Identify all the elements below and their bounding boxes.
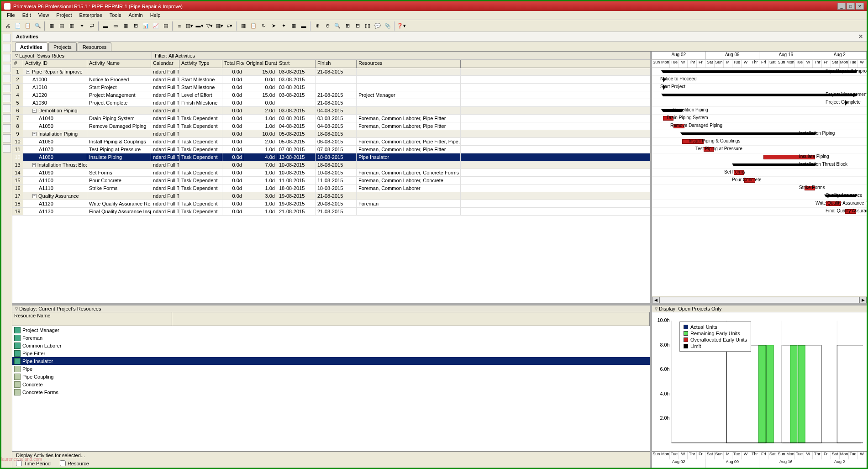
tool-wizard-icon[interactable]: ✦ — [77, 21, 86, 31]
resource-row[interactable]: Pipe Fitter — [12, 349, 650, 357]
activity-row[interactable]: 11A1070Test Piping at Pressurendard Full… — [12, 146, 650, 153]
expand-icon[interactable]: − — [26, 70, 30, 74]
tool-progress-icon[interactable]: ➤ — [269, 21, 278, 31]
tool-zoomin-icon[interactable]: ⊕ — [313, 21, 322, 31]
tool-split-icon[interactable]: ▯▯ — [363, 21, 372, 31]
activity-row[interactable]: 7A1040Drain Piping Systemndard Full Time… — [12, 115, 650, 122]
resource-row[interactable]: Common Laborer — [12, 342, 650, 349]
gantt-bar[interactable] — [682, 132, 815, 135]
activity-row[interactable]: 2A1000Notice to Proceedndard Full TimeSt… — [12, 76, 650, 84]
side-issues-icon[interactable] — [3, 134, 11, 142]
activity-row[interactable]: 13−Installation Thrust Blockndard Full T… — [12, 161, 650, 169]
layout-dropdown[interactable]: ▽Layout: Swiss Rides — [12, 52, 152, 59]
section-close-icon[interactable]: ✕ — [858, 33, 863, 40]
chart-display-dropdown[interactable]: ▽Display: Open Projects Only — [652, 306, 867, 312]
tool-details-icon[interactable]: ▤ — [161, 21, 170, 31]
expand-icon[interactable]: − — [32, 132, 37, 136]
tool-collapse-icon[interactable]: ⊟ — [353, 21, 362, 31]
tool-recalc-icon[interactable]: ↻ — [259, 21, 268, 31]
column-header[interactable]: # — [12, 60, 23, 68]
menu-enterprise[interactable]: Enterprise — [76, 12, 106, 19]
tool-expand-icon[interactable]: ⊞ — [343, 21, 352, 31]
column-header[interactable]: Activity ID — [23, 60, 87, 68]
column-header[interactable]: Finish — [316, 60, 357, 68]
tool-link-icon[interactable]: ⇄ — [87, 21, 96, 31]
tool-preview-icon[interactable]: 📄 — [13, 21, 22, 31]
tool-copy-icon[interactable]: 📋 — [23, 21, 32, 31]
resource-display-dropdown[interactable]: ▽Display: Current Project's Resources — [12, 306, 650, 312]
side-reports-icon[interactable] — [3, 54, 11, 62]
resource-row[interactable]: Concrete Forms — [12, 388, 650, 396]
side-risks-icon[interactable] — [3, 144, 11, 153]
side-tracking-icon[interactable] — [3, 64, 11, 72]
gantt-scrollbar[interactable]: ◀ ▶ — [652, 296, 867, 303]
side-projects-icon[interactable] — [3, 34, 11, 42]
activity-row[interactable]: 3A1010Start Projectndard Full TimeStart … — [12, 84, 650, 91]
tool-network-icon[interactable]: ⊞ — [131, 21, 140, 31]
tab-projects[interactable]: Projects — [48, 42, 77, 51]
menu-edit[interactable]: Edit — [19, 12, 35, 19]
side-thresh-icon[interactable] — [3, 124, 11, 132]
menu-view[interactable]: View — [35, 12, 53, 19]
column-header[interactable]: Total Float — [222, 60, 244, 68]
tool-filter-icon[interactable]: ▽▾ — [205, 21, 214, 31]
tool-layout3-icon[interactable]: ▥ — [67, 21, 76, 31]
column-header[interactable]: Activity Name — [87, 60, 151, 68]
activity-row[interactable]: 12A1080Insulate Pipingndard Full TimeTas… — [12, 153, 650, 161]
tool-layout2-icon[interactable]: ▤ — [57, 21, 66, 31]
minimize-button[interactable]: _ — [837, 3, 846, 10]
activity-row[interactable]: 5A1030Project Completendard Full TimeFin… — [12, 99, 650, 107]
tool-spotlight-icon[interactable]: ✦ — [279, 21, 288, 31]
tab-resources[interactable]: Resources — [78, 42, 112, 51]
tool-timescale-icon[interactable]: #▾ — [225, 21, 234, 31]
activity-row[interactable]: 18A1120Write Quality Assurance Reportnda… — [12, 200, 650, 208]
tool-resource-icon[interactable]: 📊 — [141, 21, 150, 31]
tool-schedule-icon[interactable]: ▦ — [239, 21, 248, 31]
tool-layout1-icon[interactable]: ▦ — [47, 21, 56, 31]
menu-tools[interactable]: Tools — [106, 12, 125, 19]
scroll-right-icon[interactable]: ▶ — [859, 297, 867, 303]
tool-indent-icon[interactable]: ≡ — [175, 21, 184, 31]
column-header[interactable]: Start — [277, 60, 316, 68]
menu-admin[interactable]: Admin — [125, 12, 146, 19]
column-header[interactable]: Activity Type — [179, 60, 222, 68]
column-header[interactable]: Calendar — [151, 60, 179, 68]
tool-level-icon[interactable]: ▦ — [289, 21, 298, 31]
side-wbs-icon[interactable] — [3, 74, 11, 82]
side-resources-icon[interactable] — [3, 44, 11, 52]
activity-row[interactable]: 1−Pipe Repair & Improvendard Full Time0.… — [12, 68, 650, 76]
tool-zoomfit-icon[interactable]: 🔍 — [333, 21, 342, 31]
maximize-button[interactable]: □ — [847, 3, 855, 10]
activity-row[interactable]: 9−Installation Pipingndard Full Time0.0d… — [12, 130, 650, 138]
resource-row[interactable]: Pipe Insulator — [12, 357, 650, 365]
resource-row[interactable]: Pipe — [12, 365, 650, 373]
menu-help[interactable]: Help — [147, 12, 164, 19]
activity-row[interactable]: 6−Demolition Pipingndard Full Time0.0d2.… — [12, 107, 650, 115]
activity-row[interactable]: 15A1100Pour Concretendard Full TimeTask … — [12, 177, 650, 184]
resource-row[interactable]: Concrete — [12, 380, 650, 388]
resource-row[interactable]: Foreman — [12, 334, 650, 342]
activity-row[interactable]: 19A1130Final Quality Assurance Inspectio… — [12, 208, 650, 216]
grid-body[interactable]: 1−Pipe Repair & Improvendard Full Time0.… — [12, 68, 650, 303]
side-assign-icon[interactable] — [3, 94, 11, 102]
tool-store-icon[interactable]: ▬ — [299, 21, 308, 31]
tool-zoomout-icon[interactable]: ⊖ — [323, 21, 332, 31]
activity-row[interactable]: 4A1020Project Managementndard Full TimeL… — [12, 91, 650, 99]
resource-row[interactable]: Project Manager — [12, 326, 650, 334]
activity-row[interactable]: 17−Quality Assurancendard Full Time0.0d3… — [12, 192, 650, 200]
filter-dropdown[interactable]: Filter: All Activities — [152, 52, 650, 59]
tab-activities[interactable]: Activities — [15, 42, 47, 51]
tool-gantt-icon[interactable]: ▬ — [101, 21, 110, 31]
expand-icon[interactable]: − — [32, 194, 37, 198]
tool-profile-icon[interactable]: 📈 — [151, 21, 160, 31]
activity-row[interactable]: 10A1060Install Piping & Couplingsndard F… — [12, 138, 650, 146]
column-header[interactable]: Original Duration — [244, 60, 277, 68]
resource-row[interactable]: Pipe Coupling — [12, 373, 650, 380]
tool-note-icon[interactable]: 💬 — [373, 21, 382, 31]
expand-icon[interactable]: − — [32, 109, 37, 113]
resource-checkbox[interactable]: Resource — [60, 460, 89, 466]
tool-status-icon[interactable]: 📋 — [249, 21, 258, 31]
menu-project[interactable]: Project — [53, 12, 75, 19]
tool-attach-icon[interactable]: 📎 — [383, 21, 392, 31]
tool-search-icon[interactable]: 🔍 — [33, 21, 42, 31]
